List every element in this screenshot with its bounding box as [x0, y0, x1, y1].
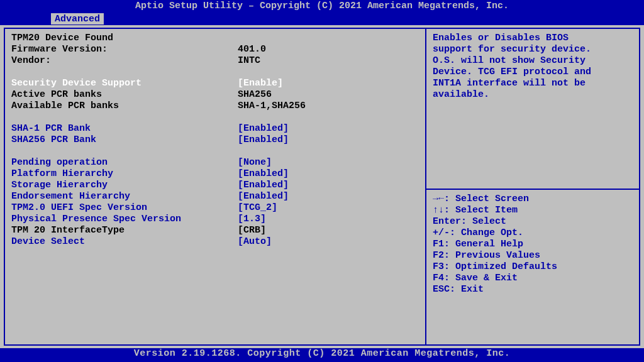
active-pcr-value: SHA256 — [238, 89, 272, 101]
available-pcr-value: SHA-1,SHA256 — [238, 101, 306, 112]
storage-hierarchy-label: Storage Hierarchy — [11, 180, 238, 191]
key-change-opt: +/-: Change Opt. — [433, 228, 633, 239]
sha256-pcr-bank-value: [Enabled] — [238, 134, 289, 146]
pending-operation-row[interactable]: Pending operation [None] — [11, 157, 419, 168]
help-line: INT1A interface will not be — [433, 78, 633, 89]
blank-row — [433, 329, 633, 341]
sha256-pcr-bank-row[interactable]: SHA256 PCR Bank [Enabled] — [11, 134, 419, 146]
help-line: O.S. will not show Security — [433, 55, 633, 67]
interface-type-label: TPM 20 InterfaceType — [11, 225, 238, 236]
vendor-value: INTC — [238, 55, 260, 67]
help-divider — [426, 189, 639, 190]
tab-advanced[interactable]: Advanced — [50, 13, 104, 25]
key-optimized-defaults: F3: Optimized Defaults — [433, 261, 633, 273]
blank-row — [433, 307, 633, 318]
security-device-support-row[interactable]: Security Device Support [Enable] — [11, 78, 419, 89]
help-line: available. — [433, 89, 633, 101]
blank-row — [11, 67, 419, 78]
content-area: TPM20 Device Found Firmware Version: 401… — [0, 25, 644, 348]
main-panel: TPM20 Device Found Firmware Version: 401… — [4, 28, 425, 346]
pps-version-label: Physical Presence Spec Version — [11, 214, 238, 225]
pps-version-row[interactable]: Physical Presence Spec Version [1.3] — [11, 214, 419, 225]
interface-type-value: [CRB] — [238, 225, 266, 236]
endorsement-hierarchy-row[interactable]: Endorsement Hierarchy [Enabled] — [11, 191, 419, 202]
firmware-version-label: Firmware Version: — [11, 44, 238, 55]
tpm-device-found: TPM20 Device Found — [11, 33, 419, 44]
help-text: Enables or Disables BIOS support for sec… — [433, 33, 633, 101]
blank-row — [433, 318, 633, 329]
blank-row — [11, 112, 419, 123]
key-select-screen: →←: Select Screen — [433, 194, 633, 205]
key-general-help: F1: General Help — [433, 239, 633, 250]
pending-operation-label: Pending operation — [11, 157, 238, 168]
uefi-spec-version-row[interactable]: TPM2.0 UEFI Spec Version [TCG_2] — [11, 202, 419, 214]
storage-hierarchy-value: [Enabled] — [238, 180, 289, 191]
key-select-item: ↑↓: Select Item — [433, 205, 633, 216]
key-previous-values: F2: Previous Values — [433, 250, 633, 261]
uefi-spec-version-label: TPM2.0 UEFI Spec Version — [11, 202, 238, 214]
help-line: Device. TCG EFI protocol and — [433, 67, 633, 78]
pps-version-value: [1.3] — [238, 214, 266, 225]
vendor-row: Vendor: INTC — [11, 55, 419, 67]
device-select-row[interactable]: Device Select [Auto] — [11, 236, 419, 248]
active-pcr-label: Active PCR banks — [11, 89, 238, 101]
security-device-support-label: Security Device Support — [11, 78, 238, 89]
firmware-version-row: Firmware Version: 401.0 — [11, 44, 419, 55]
platform-hierarchy-label: Platform Hierarchy — [11, 168, 238, 180]
sha1-pcr-bank-label: SHA-1 PCR Bank — [11, 123, 238, 134]
key-enter-select: Enter: Select — [433, 216, 633, 228]
endorsement-hierarchy-value: [Enabled] — [238, 191, 289, 202]
key-esc-exit: ESC: Exit — [433, 284, 633, 295]
title-bar: Aptio Setup Utility – Copyright (C) 2021… — [0, 0, 644, 13]
device-select-label: Device Select — [11, 236, 238, 248]
security-device-support-value: [Enable] — [238, 78, 283, 89]
footer-bar: Version 2.19.1268. Copyright (C) 2021 Am… — [0, 348, 644, 359]
vendor-label: Vendor: — [11, 55, 238, 67]
available-pcr-label: Available PCR banks — [11, 101, 238, 112]
tab-strip: Advanced — [0, 13, 644, 25]
blank-row — [11, 146, 419, 157]
key-save-exit: F4: Save & Exit — [433, 273, 633, 284]
help-line: support for security device. — [433, 44, 633, 55]
sha1-pcr-bank-value: [Enabled] — [238, 123, 289, 134]
platform-hierarchy-row[interactable]: Platform Hierarchy [Enabled] — [11, 168, 419, 180]
uefi-spec-version-value: [TCG_2] — [238, 202, 277, 214]
sha1-pcr-bank-row[interactable]: SHA-1 PCR Bank [Enabled] — [11, 123, 419, 134]
help-line: Enables or Disables BIOS — [433, 33, 633, 44]
blank-row — [433, 295, 633, 307]
help-panel: Enables or Disables BIOS support for sec… — [425, 28, 640, 346]
sha256-pcr-bank-label: SHA256 PCR Bank — [11, 134, 238, 146]
interface-type-row: TPM 20 InterfaceType [CRB] — [11, 225, 419, 236]
available-pcr-row: Available PCR banks SHA-1,SHA256 — [11, 101, 419, 112]
firmware-version-value: 401.0 — [238, 44, 266, 55]
pending-operation-value: [None] — [238, 157, 272, 168]
endorsement-hierarchy-label: Endorsement Hierarchy — [11, 191, 238, 202]
help-spacer — [433, 101, 633, 185]
storage-hierarchy-row[interactable]: Storage Hierarchy [Enabled] — [11, 180, 419, 191]
active-pcr-row: Active PCR banks SHA256 — [11, 89, 419, 101]
platform-hierarchy-value: [Enabled] — [238, 168, 289, 180]
device-select-value: [Auto] — [238, 236, 272, 248]
